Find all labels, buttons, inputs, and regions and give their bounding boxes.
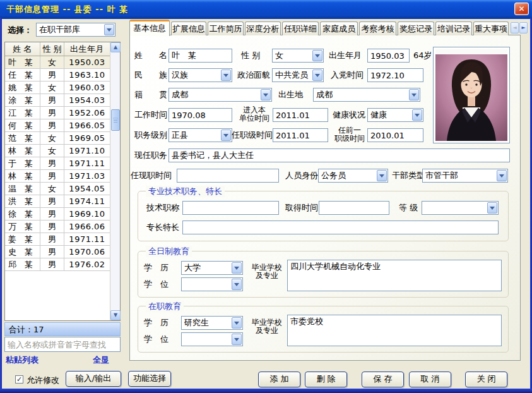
tab-9[interactable]: 培训记录 (435, 21, 472, 35)
import-export-button[interactable]: 输入/输出 (66, 371, 121, 387)
save-button[interactable]: 保 存 (362, 372, 404, 387)
birth-place-combobox[interactable]: 成都 (313, 88, 420, 102)
ft-school-box[interactable]: 四川大学机械自动化专业 (287, 260, 502, 291)
current-post-input[interactable] (168, 148, 510, 162)
dropdown-arrow-icon[interactable] (104, 24, 114, 35)
roster-row[interactable]: 林 某女1971.10 (5, 145, 110, 157)
roster-cell-gender: 男 (40, 107, 64, 119)
birth-label: 出生年月 (329, 49, 362, 62)
party-join-input[interactable] (367, 68, 423, 82)
roster-cell-name: 范 某 (5, 132, 40, 144)
dropdown-arrow-icon[interactable] (232, 262, 242, 274)
dropdown-arrow-icon[interactable] (232, 334, 242, 345)
roster-row[interactable]: 江 某男1952.06 (5, 107, 110, 119)
health-combobox[interactable]: 健康 (367, 108, 423, 122)
tab-prev-icon[interactable]: ◄ (511, 22, 519, 33)
dropdown-arrow-icon[interactable] (312, 70, 322, 81)
dropdown-arrow-icon[interactable] (232, 279, 242, 290)
politics-combobox[interactable]: 中共党员 (272, 68, 324, 82)
tab-3[interactable]: 工作简历 (208, 21, 244, 35)
dropdown-arrow-icon[interactable] (261, 89, 271, 100)
roster-cell-gender: 男 (40, 258, 64, 270)
tab-8[interactable]: 奖惩记录 (398, 21, 434, 35)
roster-search-input[interactable] (4, 337, 121, 352)
grade-combobox[interactable] (422, 201, 499, 215)
show-all-link[interactable]: 全显 (93, 354, 109, 366)
tab-5[interactable]: 任职详细 (282, 21, 319, 35)
scroll-up-icon[interactable]: ▲ (110, 42, 121, 52)
roster-cell-gender: 女 (40, 145, 64, 157)
add-button[interactable]: 添 加 (258, 372, 300, 387)
identity-combobox[interactable]: 公务员 (318, 169, 388, 183)
close-window-button[interactable]: ✕ (514, 3, 529, 15)
gender-combobox[interactable]: 女 (272, 49, 324, 63)
roster-row[interactable]: 姜 某男1971.11 (5, 233, 110, 246)
specialty-input[interactable] (182, 221, 499, 234)
post-time-input[interactable] (177, 169, 279, 183)
tab-7[interactable]: 考察考核 (359, 21, 396, 35)
library-selector-combobox[interactable]: 在职干部库 (36, 23, 115, 37)
oj-degree-combobox[interactable] (181, 332, 243, 346)
close-button[interactable]: 关 闭 (465, 372, 507, 387)
dropdown-arrow-icon[interactable] (221, 130, 231, 141)
ft-degree-level-combobox[interactable]: 大学 (181, 261, 243, 275)
name-input[interactable] (168, 49, 232, 63)
native-place-combobox[interactable]: 成都 (168, 88, 272, 102)
cadre-type-combobox[interactable]: 市管干部 (422, 169, 508, 183)
roster-row[interactable]: 温 某女1954.05 (5, 183, 110, 195)
rank-time-input[interactable] (273, 128, 328, 142)
cancel-button[interactable]: 取 消 (409, 372, 451, 387)
roster-row[interactable]: 于 某男1971.11 (5, 157, 110, 170)
roster-header-row: 姓 名 性 别 出生年月 (5, 42, 110, 56)
dropdown-arrow-icon[interactable] (232, 317, 242, 329)
roster-row[interactable]: 洪 某男1974.11 (5, 195, 110, 208)
roster-scrollbar[interactable]: ▲ ▼ (110, 42, 120, 320)
scroll-down-icon[interactable]: ▼ (110, 310, 121, 320)
roster-row[interactable]: 林 某男1971.03 (5, 170, 110, 183)
dropdown-arrow-icon[interactable] (221, 70, 231, 81)
tab-1[interactable]: 基本信息 (129, 20, 170, 36)
roster-cell-gender: 男 (40, 94, 64, 106)
roster-row[interactable]: 任 某男1963.10 (5, 69, 110, 82)
allow-edit-checkbox[interactable]: ✓ (15, 375, 23, 384)
tech-title-input[interactable] (182, 201, 279, 215)
tab-4[interactable]: 深度分析 (245, 21, 281, 35)
delete-button[interactable]: 删 除 (305, 372, 347, 387)
scrollbar-thumb[interactable] (111, 109, 120, 131)
oj-school-box[interactable]: 市委党校 (287, 315, 502, 346)
function-select-button[interactable]: 功能选择 (128, 371, 171, 387)
tech-title-label: 技术职称 (146, 202, 179, 214)
prev-rank-time-input[interactable] (367, 128, 423, 142)
enter-unit-input[interactable] (273, 108, 328, 122)
dropdown-arrow-icon[interactable] (312, 50, 322, 61)
paste-list-link[interactable]: 粘贴列表 (6, 354, 38, 366)
ft-degree-combobox[interactable] (181, 277, 243, 291)
tab-6[interactable]: 家庭成员 (320, 21, 358, 35)
roster-row[interactable]: 何 某男1966.05 (5, 119, 110, 132)
dropdown-arrow-icon[interactable] (497, 170, 507, 181)
dropdown-arrow-icon[interactable] (377, 170, 387, 181)
roster-row[interactable]: 叶 某女1950.03 (5, 56, 110, 69)
rank-value: 正县 (169, 130, 220, 141)
rank-combobox[interactable]: 正县 (168, 128, 232, 142)
tab-next-icon[interactable]: ► (519, 22, 528, 33)
roster-row[interactable]: 徐 某男1969.10 (5, 208, 110, 221)
tab-10[interactable]: 重大事项 (473, 21, 509, 35)
oj-degree-level-combobox[interactable]: 研究生 (181, 316, 243, 330)
dropdown-arrow-icon[interactable] (487, 202, 497, 214)
roster-row[interactable]: 涂 某男1954.03 (5, 94, 110, 107)
dropdown-arrow-icon[interactable] (409, 89, 419, 100)
roster-cell-birth: 1950.03 (64, 56, 110, 68)
roster-row[interactable]: 史 某男1970.06 (5, 246, 110, 258)
obtain-time-input[interactable] (319, 201, 389, 215)
tab-2[interactable]: 扩展信息 (171, 21, 206, 35)
roster-row[interactable]: 邱 某男1976.02 (5, 258, 110, 271)
dropdown-arrow-icon[interactable] (412, 109, 422, 121)
roster-total-label: 合计：17 (9, 325, 44, 334)
roster-row[interactable]: 姚 某女1960.03 (5, 82, 110, 94)
roster-row[interactable]: 范 某女1969.05 (5, 132, 110, 145)
birth-input[interactable] (367, 49, 410, 63)
ethnic-combobox[interactable]: 汉族 (168, 68, 232, 82)
work-start-input[interactable] (168, 108, 232, 122)
roster-row[interactable]: 万 某男1966.06 (5, 221, 110, 233)
